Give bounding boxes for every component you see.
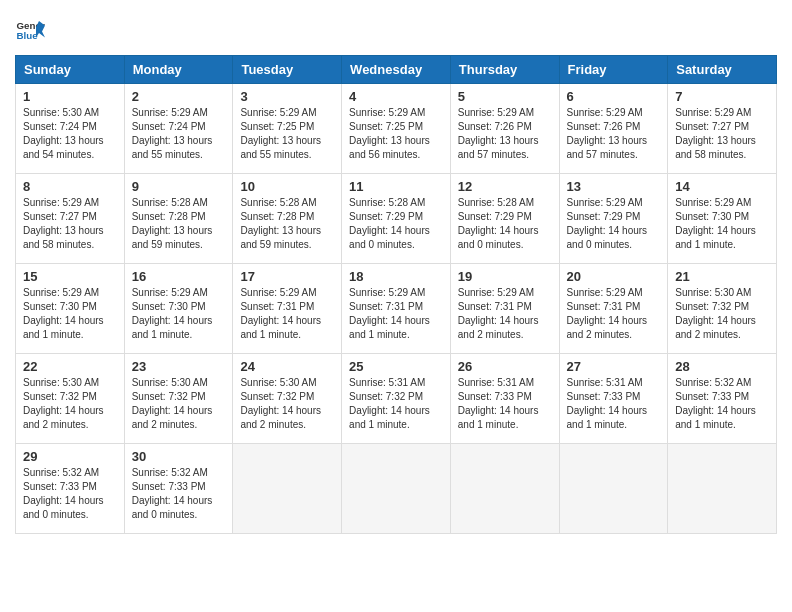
- sunrise-label: Sunrise: 5:28 AM: [132, 197, 208, 208]
- day-info: Sunrise: 5:31 AM Sunset: 7:33 PM Dayligh…: [567, 376, 661, 432]
- day-number: 25: [349, 359, 443, 374]
- day-cell-13: 13 Sunrise: 5:29 AM Sunset: 7:29 PM Dayl…: [559, 174, 668, 264]
- sunset-label: Sunset: 7:31 PM: [349, 301, 423, 312]
- day-info: Sunrise: 5:28 AM Sunset: 7:29 PM Dayligh…: [458, 196, 552, 252]
- sunrise-label: Sunrise: 5:28 AM: [458, 197, 534, 208]
- day-number: 16: [132, 269, 226, 284]
- empty-cell: [668, 444, 777, 534]
- day-cell-20: 20 Sunrise: 5:29 AM Sunset: 7:31 PM Dayl…: [559, 264, 668, 354]
- sunset-label: Sunset: 7:31 PM: [567, 301, 641, 312]
- sunrise-label: Sunrise: 5:32 AM: [675, 377, 751, 388]
- sunset-label: Sunset: 7:29 PM: [567, 211, 641, 222]
- day-info: Sunrise: 5:28 AM Sunset: 7:28 PM Dayligh…: [132, 196, 226, 252]
- day-info: Sunrise: 5:31 AM Sunset: 7:32 PM Dayligh…: [349, 376, 443, 432]
- day-number: 14: [675, 179, 769, 194]
- day-cell-18: 18 Sunrise: 5:29 AM Sunset: 7:31 PM Dayl…: [342, 264, 451, 354]
- sunrise-label: Sunrise: 5:29 AM: [675, 197, 751, 208]
- sunrise-label: Sunrise: 5:29 AM: [675, 107, 751, 118]
- sunset-label: Sunset: 7:28 PM: [132, 211, 206, 222]
- day-info: Sunrise: 5:29 AM Sunset: 7:25 PM Dayligh…: [349, 106, 443, 162]
- day-number: 20: [567, 269, 661, 284]
- sunrise-label: Sunrise: 5:31 AM: [458, 377, 534, 388]
- day-number: 5: [458, 89, 552, 104]
- empty-cell: [450, 444, 559, 534]
- day-cell-30: 30 Sunrise: 5:32 AM Sunset: 7:33 PM Dayl…: [124, 444, 233, 534]
- calendar-week-3: 22 Sunrise: 5:30 AM Sunset: 7:32 PM Dayl…: [16, 354, 777, 444]
- day-cell-9: 9 Sunrise: 5:28 AM Sunset: 7:28 PM Dayli…: [124, 174, 233, 264]
- sunset-label: Sunset: 7:26 PM: [567, 121, 641, 132]
- day-info: Sunrise: 5:29 AM Sunset: 7:30 PM Dayligh…: [23, 286, 117, 342]
- day-number: 30: [132, 449, 226, 464]
- day-cell-19: 19 Sunrise: 5:29 AM Sunset: 7:31 PM Dayl…: [450, 264, 559, 354]
- sunset-label: Sunset: 7:32 PM: [23, 391, 97, 402]
- day-info: Sunrise: 5:29 AM Sunset: 7:24 PM Dayligh…: [132, 106, 226, 162]
- daylight-label: Daylight: 13 hours and 56 minutes.: [349, 135, 430, 160]
- day-cell-14: 14 Sunrise: 5:29 AM Sunset: 7:30 PM Dayl…: [668, 174, 777, 264]
- daylight-label: Daylight: 14 hours and 1 minute.: [240, 315, 321, 340]
- day-cell-27: 27 Sunrise: 5:31 AM Sunset: 7:33 PM Dayl…: [559, 354, 668, 444]
- day-number: 13: [567, 179, 661, 194]
- day-cell-3: 3 Sunrise: 5:29 AM Sunset: 7:25 PM Dayli…: [233, 84, 342, 174]
- day-info: Sunrise: 5:28 AM Sunset: 7:28 PM Dayligh…: [240, 196, 334, 252]
- daylight-label: Daylight: 14 hours and 2 minutes.: [458, 315, 539, 340]
- daylight-label: Daylight: 13 hours and 58 minutes.: [23, 225, 104, 250]
- sunrise-label: Sunrise: 5:29 AM: [349, 107, 425, 118]
- day-number: 3: [240, 89, 334, 104]
- sunset-label: Sunset: 7:29 PM: [458, 211, 532, 222]
- daylight-label: Daylight: 14 hours and 2 minutes.: [675, 315, 756, 340]
- daylight-label: Daylight: 13 hours and 57 minutes.: [458, 135, 539, 160]
- sunset-label: Sunset: 7:29 PM: [349, 211, 423, 222]
- day-cell-7: 7 Sunrise: 5:29 AM Sunset: 7:27 PM Dayli…: [668, 84, 777, 174]
- daylight-label: Daylight: 14 hours and 1 minute.: [675, 225, 756, 250]
- day-cell-12: 12 Sunrise: 5:28 AM Sunset: 7:29 PM Dayl…: [450, 174, 559, 264]
- logo: General Blue: [15, 15, 45, 45]
- day-info: Sunrise: 5:29 AM Sunset: 7:31 PM Dayligh…: [349, 286, 443, 342]
- sunset-label: Sunset: 7:33 PM: [567, 391, 641, 402]
- empty-cell: [233, 444, 342, 534]
- calendar-header-row: SundayMondayTuesdayWednesdayThursdayFrid…: [16, 56, 777, 84]
- day-info: Sunrise: 5:29 AM Sunset: 7:30 PM Dayligh…: [132, 286, 226, 342]
- sunrise-label: Sunrise: 5:30 AM: [132, 377, 208, 388]
- day-cell-28: 28 Sunrise: 5:32 AM Sunset: 7:33 PM Dayl…: [668, 354, 777, 444]
- sunrise-label: Sunrise: 5:29 AM: [567, 197, 643, 208]
- sunrise-label: Sunrise: 5:29 AM: [567, 107, 643, 118]
- day-info: Sunrise: 5:29 AM Sunset: 7:31 PM Dayligh…: [567, 286, 661, 342]
- sunrise-label: Sunrise: 5:32 AM: [132, 467, 208, 478]
- sunrise-label: Sunrise: 5:29 AM: [458, 287, 534, 298]
- day-cell-21: 21 Sunrise: 5:30 AM Sunset: 7:32 PM Dayl…: [668, 264, 777, 354]
- day-cell-25: 25 Sunrise: 5:31 AM Sunset: 7:32 PM Dayl…: [342, 354, 451, 444]
- page-header: General Blue: [15, 15, 777, 45]
- sunrise-label: Sunrise: 5:30 AM: [23, 377, 99, 388]
- day-info: Sunrise: 5:29 AM Sunset: 7:27 PM Dayligh…: [23, 196, 117, 252]
- sunrise-label: Sunrise: 5:29 AM: [240, 107, 316, 118]
- daylight-label: Daylight: 14 hours and 1 minute.: [23, 315, 104, 340]
- sunset-label: Sunset: 7:30 PM: [23, 301, 97, 312]
- day-cell-16: 16 Sunrise: 5:29 AM Sunset: 7:30 PM Dayl…: [124, 264, 233, 354]
- sunset-label: Sunset: 7:32 PM: [132, 391, 206, 402]
- sunrise-label: Sunrise: 5:31 AM: [567, 377, 643, 388]
- sunset-label: Sunset: 7:32 PM: [349, 391, 423, 402]
- sunset-label: Sunset: 7:32 PM: [240, 391, 314, 402]
- logo-icon: General Blue: [15, 15, 45, 45]
- day-number: 21: [675, 269, 769, 284]
- day-number: 11: [349, 179, 443, 194]
- day-cell-22: 22 Sunrise: 5:30 AM Sunset: 7:32 PM Dayl…: [16, 354, 125, 444]
- day-number: 23: [132, 359, 226, 374]
- day-info: Sunrise: 5:31 AM Sunset: 7:33 PM Dayligh…: [458, 376, 552, 432]
- daylight-label: Daylight: 13 hours and 55 minutes.: [132, 135, 213, 160]
- empty-cell: [559, 444, 668, 534]
- empty-cell: [342, 444, 451, 534]
- sunrise-label: Sunrise: 5:31 AM: [349, 377, 425, 388]
- daylight-label: Daylight: 14 hours and 1 minute.: [458, 405, 539, 430]
- daylight-label: Daylight: 14 hours and 2 minutes.: [567, 315, 648, 340]
- day-info: Sunrise: 5:32 AM Sunset: 7:33 PM Dayligh…: [132, 466, 226, 522]
- day-number: 6: [567, 89, 661, 104]
- sunrise-label: Sunrise: 5:29 AM: [132, 287, 208, 298]
- daylight-label: Daylight: 13 hours and 59 minutes.: [240, 225, 321, 250]
- day-info: Sunrise: 5:29 AM Sunset: 7:26 PM Dayligh…: [567, 106, 661, 162]
- sunset-label: Sunset: 7:30 PM: [675, 211, 749, 222]
- day-cell-24: 24 Sunrise: 5:30 AM Sunset: 7:32 PM Dayl…: [233, 354, 342, 444]
- day-cell-1: 1 Sunrise: 5:30 AM Sunset: 7:24 PM Dayli…: [16, 84, 125, 174]
- day-cell-29: 29 Sunrise: 5:32 AM Sunset: 7:33 PM Dayl…: [16, 444, 125, 534]
- day-info: Sunrise: 5:30 AM Sunset: 7:32 PM Dayligh…: [675, 286, 769, 342]
